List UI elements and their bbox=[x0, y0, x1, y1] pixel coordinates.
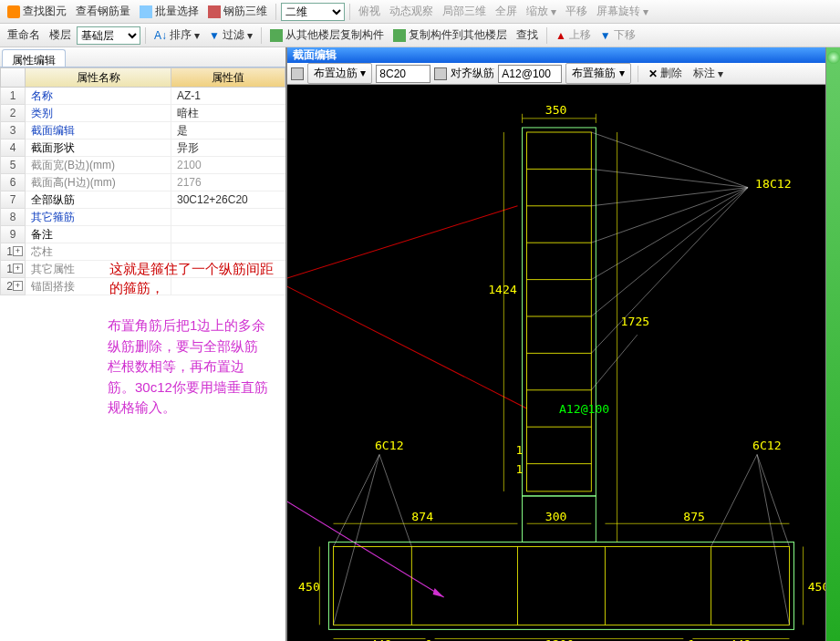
svg-line-34 bbox=[757, 454, 789, 546]
prop-name: 截面编辑 bbox=[26, 122, 171, 140]
svg-text:450: 450 bbox=[298, 580, 320, 594]
tb-fullscreen[interactable]: 全屏 bbox=[492, 2, 521, 21]
svg-line-24 bbox=[591, 188, 748, 206]
svg-line-31 bbox=[379, 454, 411, 546]
tb-filter[interactable]: ▼过滤▾ bbox=[205, 26, 256, 45]
svg-line-25 bbox=[591, 188, 748, 243]
floor-select[interactable]: 基础层 bbox=[77, 26, 140, 45]
right-edge-bar[interactable] bbox=[825, 47, 840, 641]
svg-rect-5 bbox=[328, 542, 793, 629]
tb-local-3d[interactable]: 局部三维 bbox=[439, 2, 490, 21]
prop-name: 备注 bbox=[26, 226, 171, 243]
svg-text:350: 350 bbox=[545, 103, 567, 117]
tb-move-down[interactable]: ▼下移 bbox=[596, 26, 639, 45]
property-row[interactable]: 6截面高(H边)(mm)2176 bbox=[0, 174, 285, 191]
tb-copy-from[interactable]: 从其他楼层复制构件 bbox=[266, 26, 388, 45]
svg-line-26 bbox=[591, 188, 748, 280]
cad-panel: 截面编辑 布置边筋 ▾ 对齐纵筋 布置箍筋 ▾ ✕删除 标注▾ bbox=[287, 47, 840, 641]
svg-line-33 bbox=[711, 454, 758, 546]
svg-line-0 bbox=[287, 206, 518, 280]
svg-line-27 bbox=[591, 188, 748, 316]
tb-batch-select[interactable]: 批量选择 bbox=[136, 2, 202, 21]
svg-line-32 bbox=[334, 454, 380, 625]
grid-header: 属性名称 属性值 bbox=[0, 67, 285, 88]
prop-value[interactable]: 暗柱 bbox=[171, 105, 285, 122]
tb-copy-to[interactable]: 复制构件到其他楼层 bbox=[389, 26, 511, 45]
prop-name: 类别 bbox=[26, 105, 171, 122]
tab-property-edit[interactable]: 属性编辑 bbox=[2, 49, 66, 67]
svg-text:1: 1 bbox=[426, 637, 433, 641]
prop-name: 其它箍筋 bbox=[26, 209, 171, 226]
grid-icon[interactable] bbox=[291, 67, 304, 80]
tb-rebar-3d[interactable]: 钢筋三维 bbox=[204, 2, 271, 21]
tb-rename[interactable]: 重命名 bbox=[4, 26, 44, 45]
btn-layout-hoop[interactable]: 布置箍筋 ▾ bbox=[565, 63, 630, 84]
tb-sort[interactable]: A↓排序▾ bbox=[150, 26, 203, 45]
svg-line-29 bbox=[591, 335, 638, 390]
property-row[interactable]: 4截面形状异形 bbox=[0, 140, 285, 157]
expand-icon[interactable]: + bbox=[13, 281, 23, 291]
property-row[interactable]: 2类别暗柱 bbox=[0, 105, 285, 122]
btn-annotate[interactable]: 标注▾ bbox=[690, 64, 727, 83]
tb-view-rebar[interactable]: 查看钢筋量 bbox=[72, 2, 134, 21]
tb-zoom[interactable]: 缩放▾ bbox=[523, 2, 560, 21]
svg-line-30 bbox=[334, 454, 380, 546]
svg-text:1: 1 bbox=[688, 637, 695, 641]
tb-find-element[interactable]: 查找图元 bbox=[4, 2, 70, 21]
tb-screen-rotate[interactable]: 屏幕旋转▾ bbox=[593, 2, 652, 21]
prop-name: 名称 bbox=[26, 88, 171, 105]
prop-value[interactable]: AZ-1 bbox=[171, 88, 285, 105]
prop-name: 截面宽(B边)(mm) bbox=[26, 157, 171, 174]
tb-top-view[interactable]: 俯视 bbox=[355, 2, 384, 21]
property-row[interactable]: 5截面宽(B边)(mm)2100 bbox=[0, 157, 285, 174]
svg-text:18C12: 18C12 bbox=[755, 177, 792, 191]
prop-value[interactable]: 2176 bbox=[171, 174, 285, 191]
tb-find[interactable]: 查找 bbox=[513, 26, 542, 45]
svg-text:449: 449 bbox=[730, 637, 752, 641]
btn-delete[interactable]: ✕删除 bbox=[645, 64, 686, 83]
annotation-magenta: 布置角筋后把1边上的多余纵筋删除，要与全部纵筋栏根数相等，再布置边筋。30c12… bbox=[0, 297, 285, 419]
prop-value[interactable]: 2100 bbox=[171, 157, 285, 174]
property-row[interactable]: 1名称AZ-1 bbox=[0, 88, 285, 105]
property-row[interactable]: 7全部纵筋30C12+26C20 bbox=[0, 191, 285, 209]
align-icon[interactable] bbox=[434, 67, 447, 80]
property-row[interactable]: 9备注 bbox=[0, 226, 285, 243]
svg-text:1424: 1424 bbox=[488, 283, 517, 296]
cad-canvas[interactable]: 350 18C12 1424 1725 A12@100 6C12 6C12 87… bbox=[287, 85, 840, 641]
cad-toolbar: 布置边筋 ▾ 对齐纵筋 布置箍筋 ▾ ✕删除 标注▾ bbox=[287, 63, 840, 85]
prop-value[interactable]: 异形 bbox=[171, 140, 285, 157]
svg-line-22 bbox=[591, 132, 748, 188]
prop-name: 截面形状 bbox=[26, 140, 171, 157]
prop-value[interactable] bbox=[171, 226, 285, 243]
property-row[interactable]: 8其它箍筋 bbox=[0, 209, 285, 226]
tb-floor[interactable]: 楼层 bbox=[46, 26, 75, 45]
prop-value[interactable] bbox=[171, 209, 285, 226]
svg-line-1 bbox=[287, 284, 527, 408]
expand-icon[interactable]: + bbox=[13, 246, 23, 256]
svg-line-28 bbox=[591, 188, 748, 354]
prop-name: 截面高(H边)(mm) bbox=[26, 174, 171, 191]
expand-icon[interactable]: + bbox=[13, 264, 23, 274]
col-header-name: 属性名称 bbox=[26, 67, 171, 88]
svg-text:1: 1 bbox=[515, 462, 523, 476]
tb-dynamic-observe[interactable]: 动态观察 bbox=[386, 2, 437, 21]
view-mode-select[interactable]: 二维 bbox=[281, 3, 345, 21]
svg-rect-8 bbox=[334, 546, 790, 625]
btn-layout-side[interactable]: 布置边筋 ▾ bbox=[307, 63, 372, 84]
cad-window-title: 截面编辑 bbox=[287, 47, 840, 63]
svg-text:6C12: 6C12 bbox=[375, 439, 404, 452]
input-side-rebar[interactable] bbox=[376, 65, 430, 83]
svg-text:A12@100: A12@100 bbox=[559, 402, 609, 416]
tb-move-up[interactable]: ▲上移 bbox=[552, 26, 595, 45]
prop-value[interactable]: 30C12+26C20 bbox=[171, 191, 285, 209]
svg-rect-4 bbox=[523, 128, 596, 496]
tb-pan[interactable]: 平移 bbox=[562, 2, 591, 21]
prop-value[interactable]: 是 bbox=[171, 122, 285, 140]
annotation-red: 这就是箍住了一个纵筋间距的箍筋， bbox=[0, 259, 285, 297]
input-align-rebar[interactable] bbox=[498, 65, 562, 83]
property-row[interactable]: 3截面编辑是 bbox=[0, 122, 285, 140]
svg-text:6C12: 6C12 bbox=[752, 439, 782, 452]
svg-text:449: 449 bbox=[370, 637, 392, 641]
svg-marker-3 bbox=[433, 588, 444, 597]
svg-text:874: 874 bbox=[411, 510, 433, 523]
